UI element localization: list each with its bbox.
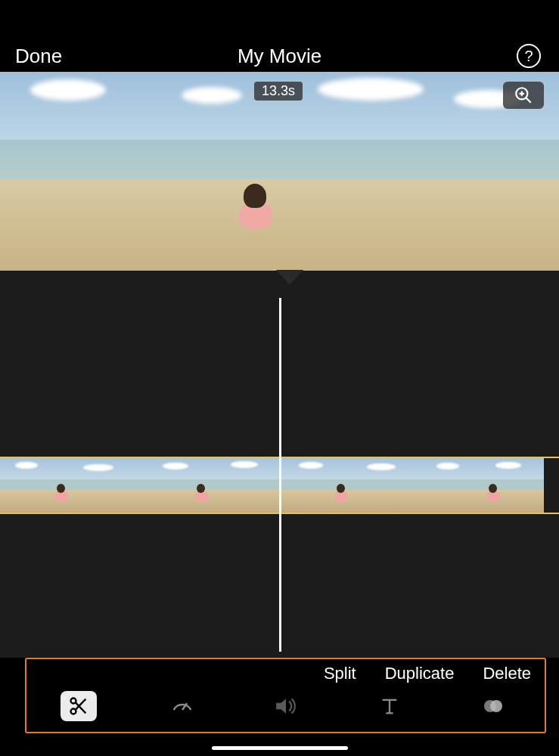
speedometer-icon (171, 695, 194, 717)
filters-tool[interactable] (475, 691, 511, 721)
split-button[interactable]: Split (324, 664, 356, 683)
zoom-in-button[interactable] (503, 82, 544, 109)
top-bar: Done My Movie ? (0, 39, 559, 73)
svg-marker-15 (276, 699, 286, 713)
speed-tool[interactable] (164, 691, 200, 721)
volume-tool[interactable] (268, 691, 304, 721)
done-button[interactable]: Done (15, 45, 62, 68)
duration-badge: 13.3s (254, 82, 303, 101)
titles-tool[interactable] (371, 691, 408, 721)
preview-sand (0, 179, 559, 271)
svg-point-10 (70, 699, 76, 704)
playhead-marker (279, 271, 300, 284)
edit-actions: Split Duplicate Delete (324, 664, 531, 683)
clip-thumbnail[interactable] (0, 458, 140, 513)
help-button[interactable]: ? (517, 44, 541, 68)
preview-subject (234, 184, 276, 225)
playhead-line[interactable] (279, 298, 281, 652)
actions-tool[interactable] (61, 691, 97, 721)
filters-icon (482, 696, 505, 716)
speaker-icon (275, 696, 297, 716)
svg-point-20 (490, 700, 502, 712)
delete-button[interactable]: Delete (483, 664, 531, 683)
svg-line-1 (526, 98, 531, 103)
clip-thumbnail[interactable] (420, 458, 544, 513)
clip-thumbnail[interactable] (280, 458, 420, 513)
preview-sea (0, 140, 559, 179)
video-preview[interactable] (0, 72, 559, 271)
home-indicator[interactable] (212, 746, 348, 750)
svg-point-11 (70, 709, 76, 714)
text-icon (379, 696, 400, 717)
scissors-icon (68, 696, 89, 717)
clip-thumbnail[interactable] (140, 458, 280, 513)
edit-tools-row (26, 688, 545, 724)
project-title: My Movie (238, 45, 321, 68)
duplicate-button[interactable]: Duplicate (385, 664, 455, 683)
magnifier-plus-icon (514, 85, 533, 105)
edit-toolbar: Split Duplicate Delete (25, 658, 546, 733)
